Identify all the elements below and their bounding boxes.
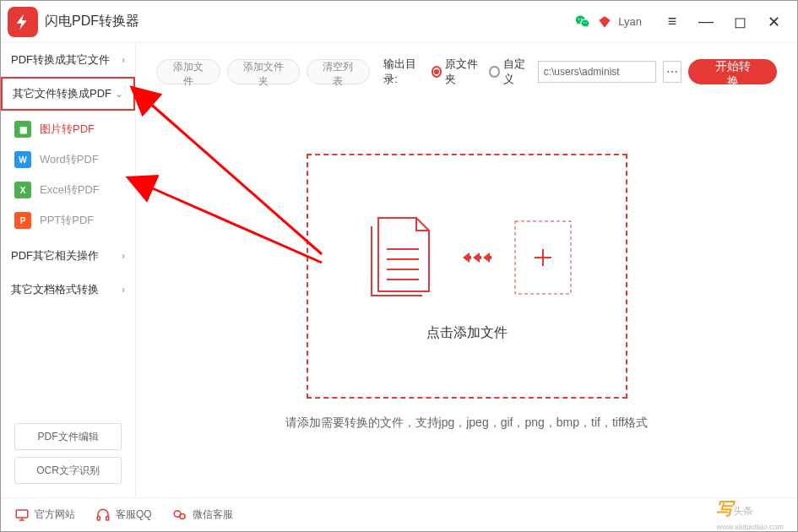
submenu-label: Word转PDF xyxy=(40,152,99,167)
svg-point-13 xyxy=(180,513,185,518)
watermark: 写头条 www.xietoutiao.com xyxy=(716,497,784,532)
qq-support-link[interactable]: 客服QQ xyxy=(95,508,152,523)
submenu-image-to-pdf[interactable]: ▦ 图片转PDF xyxy=(1,114,135,144)
footer-label: 客服QQ xyxy=(116,508,152,522)
menu-pdf-to-other[interactable]: PDF转换成其它文件 › xyxy=(1,43,135,77)
wechat-icon xyxy=(172,508,187,523)
radio-icon xyxy=(489,66,499,78)
user-area: Lyan xyxy=(574,14,642,30)
ppt-icon: P xyxy=(14,212,31,229)
output-dir-label: 输出目录: xyxy=(383,57,424,87)
excel-icon: X xyxy=(14,182,31,198)
maximize-button[interactable]: ◻ xyxy=(723,7,757,37)
username[interactable]: Lyan xyxy=(618,15,642,28)
minimize-button[interactable]: — xyxy=(689,7,723,37)
menu-label: PDF其它相关操作 xyxy=(11,248,99,263)
toolbar: 添加文件 添加文件夹 清空列表 输出目录: 原文件夹 自定义 ⋯ 开始转换 xyxy=(156,57,777,87)
drop-zone[interactable]: 点击添加文件 xyxy=(307,154,627,399)
menu-other-to-pdf[interactable]: 其它文件转换成PDF ⌄ xyxy=(1,77,135,111)
sidebar: PDF转换成其它文件 › 其它文件转换成PDF ⌄ ▦ 图片转PDF W Wor… xyxy=(1,43,136,497)
submenu-ppt-to-pdf[interactable]: P PPT转PDF xyxy=(1,205,135,236)
clear-list-button[interactable]: 清空列表 xyxy=(307,59,371,84)
add-file-button[interactable]: 添加文件 xyxy=(156,59,220,84)
wechat-support-link[interactable]: 微信客服 xyxy=(172,508,233,523)
radio-label: 原文件夹 xyxy=(445,57,482,87)
menu-label: 其它文件转换成PDF xyxy=(13,86,111,101)
radio-source-folder[interactable]: 原文件夹 xyxy=(432,57,483,87)
radio-custom-folder[interactable]: 自定义 xyxy=(489,57,530,87)
submenu-label: Excel转PDF xyxy=(40,182,100,198)
menu-pdf-other-ops[interactable]: PDF其它相关操作 › xyxy=(1,239,135,273)
submenu-label: PPT转PDF xyxy=(40,213,94,228)
word-icon: W xyxy=(14,151,31,168)
start-convert-button[interactable]: 开始转换 xyxy=(688,59,777,84)
official-website-link[interactable]: 官方网站 xyxy=(14,508,75,523)
monitor-icon xyxy=(14,508,30,523)
menu-label: 其它文档格式转换 xyxy=(11,282,99,297)
footer-label: 微信客服 xyxy=(193,508,233,522)
app-logo xyxy=(8,7,38,37)
submenu-word-to-pdf[interactable]: W Word转PDF xyxy=(1,144,135,175)
app-title: 闪电PDF转换器 xyxy=(45,13,139,30)
chevron-right-icon: › xyxy=(122,284,125,296)
drop-zone-text: 点击添加文件 xyxy=(426,324,508,342)
menu-button[interactable]: ≡ xyxy=(655,7,689,37)
content-area: 添加文件 添加文件夹 清空列表 输出目录: 原文件夹 自定义 ⋯ 开始转换 xyxy=(136,43,797,497)
chevron-down-icon: ⌄ xyxy=(115,88,123,100)
submenu-excel-to-pdf[interactable]: X Excel转PDF xyxy=(1,175,135,205)
svg-rect-10 xyxy=(97,516,100,520)
footer: 官方网站 客服QQ 微信客服 写头条 www.xietoutiao.com xyxy=(1,497,797,531)
menu-label: PDF转换成其它文件 xyxy=(11,52,110,68)
chevron-right-icon: › xyxy=(122,54,125,66)
browse-button[interactable]: ⋯ xyxy=(663,61,682,83)
wechat-icon[interactable] xyxy=(574,14,591,30)
format-hint: 请添加需要转换的文件，支持jpg，jpeg，gif，png，bmp，tif，ti… xyxy=(285,415,649,431)
close-button[interactable]: ✕ xyxy=(757,7,790,37)
title-bar: 闪电PDF转换器 Lyan ≡ — ◻ ✕ xyxy=(1,1,797,43)
gem-icon xyxy=(598,15,611,29)
output-path-input[interactable] xyxy=(538,61,656,83)
footer-label: 官方网站 xyxy=(35,508,75,522)
menu-other-format[interactable]: 其它文档格式转换 › xyxy=(1,273,135,307)
ocr-button[interactable]: OCR文字识别 xyxy=(14,457,122,484)
image-icon: ▦ xyxy=(14,121,31,138)
svg-rect-7 xyxy=(16,510,28,518)
pdf-edit-button[interactable]: PDF文件编辑 xyxy=(14,423,122,450)
submenu-other-to-pdf: ▦ 图片转PDF W Word转PDF X Excel转PDF P PPT转PD… xyxy=(1,111,135,239)
svg-rect-11 xyxy=(106,516,109,520)
add-folder-button[interactable]: 添加文件夹 xyxy=(227,59,300,84)
radio-icon xyxy=(432,66,442,78)
headset-icon xyxy=(95,508,111,523)
radio-label: 自定义 xyxy=(503,57,531,87)
chevron-right-icon: › xyxy=(122,250,125,262)
drop-zone-illustration xyxy=(361,211,573,304)
submenu-label: 图片转PDF xyxy=(40,122,95,137)
arrow-icon xyxy=(463,247,497,268)
